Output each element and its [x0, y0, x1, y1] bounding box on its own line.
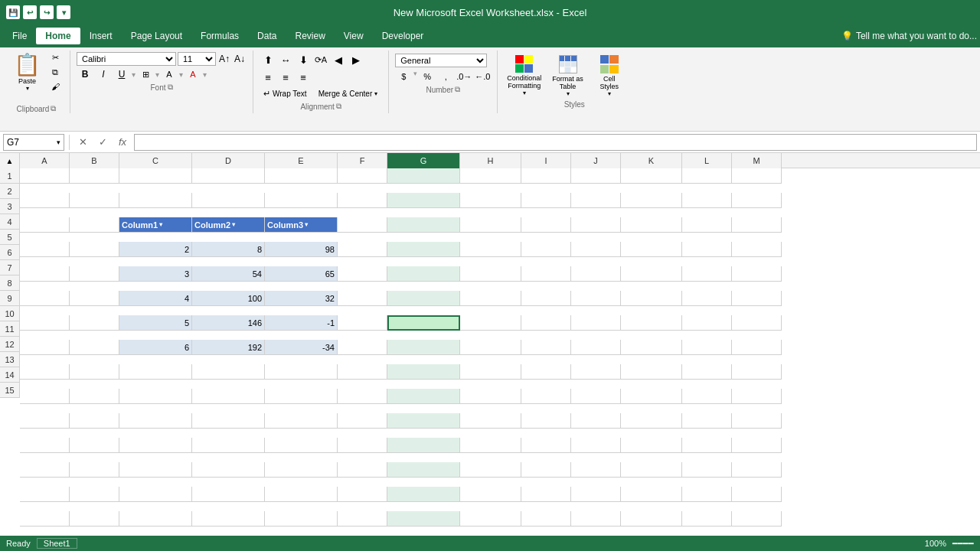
- row-header-2[interactable]: 2: [0, 184, 20, 199]
- cell-A9[interactable]: [20, 364, 70, 380]
- menu-formulas[interactable]: Formulas: [191, 28, 248, 44]
- col-header-L[interactable]: L: [682, 153, 732, 168]
- row-header-3[interactable]: 3: [0, 199, 20, 214]
- zoom-slider[interactable]: ━━━━: [952, 539, 974, 549]
- cell-M2[interactable]: [732, 193, 782, 208]
- col-header-C[interactable]: C: [119, 153, 192, 168]
- menu-developer[interactable]: Developer: [373, 28, 433, 44]
- cell-L1[interactable]: [682, 168, 732, 184]
- col-header-H[interactable]: H: [460, 153, 521, 168]
- cell-H8[interactable]: [460, 340, 521, 355]
- menu-home[interactable]: Home: [36, 28, 80, 44]
- cell-D3[interactable]: Column2 ▾: [192, 217, 265, 233]
- menu-insert[interactable]: Insert: [80, 28, 122, 44]
- cell-I9[interactable]: [521, 364, 571, 380]
- cell-M9[interactable]: [732, 364, 782, 380]
- cell-J7[interactable]: [571, 315, 621, 331]
- cell-reference-box[interactable]: G7 ▾: [3, 134, 64, 151]
- cell-E4[interactable]: 98: [265, 242, 338, 257]
- cell-L3[interactable]: [682, 217, 732, 233]
- col1-dropdown-icon[interactable]: ▾: [159, 221, 162, 228]
- cell-M8[interactable]: [732, 340, 782, 355]
- cell-I5[interactable]: [521, 266, 571, 282]
- number-expand-icon[interactable]: ⧉: [455, 85, 460, 94]
- percent-button[interactable]: %: [419, 70, 436, 83]
- cell-H9[interactable]: [460, 364, 521, 380]
- fill-color-button[interactable]: A: [161, 67, 178, 81]
- cell-D1[interactable]: [192, 168, 265, 184]
- cell-B3[interactable]: [70, 217, 119, 233]
- indent-decrease-button[interactable]: ◀: [330, 52, 347, 67]
- cell-K9[interactable]: [621, 364, 682, 380]
- formula-input[interactable]: [134, 134, 977, 151]
- cell-K4[interactable]: [621, 242, 682, 257]
- cell-H7[interactable]: [460, 315, 521, 331]
- cell-F2[interactable]: [338, 193, 387, 208]
- cell-L9[interactable]: [682, 364, 732, 380]
- menu-review[interactable]: Review: [286, 28, 334, 44]
- cell-D5[interactable]: 54: [192, 266, 265, 282]
- cell-J1[interactable]: [571, 168, 621, 184]
- font-size-decrease-button[interactable]: A↓: [233, 52, 247, 66]
- cell-D4[interactable]: 8: [192, 242, 265, 257]
- cell-I4[interactable]: [521, 242, 571, 257]
- cell-F3[interactable]: [338, 217, 387, 233]
- cell-B8[interactable]: [70, 340, 119, 355]
- cell-I7[interactable]: [521, 315, 571, 331]
- search-bar[interactable]: 💡 Tell me what you want to do...: [841, 31, 977, 41]
- cell-A1[interactable]: [20, 168, 70, 184]
- cell-styles-button[interactable]: CellStyles ▾: [591, 54, 628, 99]
- cell-F6[interactable]: [338, 291, 387, 306]
- font-expand-icon[interactable]: ⧉: [168, 83, 173, 92]
- cell-D9[interactable]: [192, 364, 265, 380]
- cell-I3[interactable]: [521, 217, 571, 233]
- cell-M4[interactable]: [732, 242, 782, 257]
- cell-D7[interactable]: 146: [192, 315, 265, 331]
- select-all-button[interactable]: ▲: [0, 153, 20, 168]
- cell-M6[interactable]: [732, 291, 782, 306]
- cell-B5[interactable]: [70, 266, 119, 282]
- cell-D8[interactable]: 192: [192, 340, 265, 355]
- cell-C3[interactable]: Column1 ▾: [119, 217, 192, 233]
- row-header-8[interactable]: 8: [0, 276, 20, 291]
- comma-button[interactable]: ,: [437, 70, 454, 83]
- cell-C5[interactable]: 3: [119, 266, 192, 282]
- row-header-9[interactable]: 9: [0, 291, 20, 306]
- cell-J8[interactable]: [571, 340, 621, 355]
- cell-E1[interactable]: [265, 168, 338, 184]
- cell-D6[interactable]: 100: [192, 291, 265, 306]
- col-header-J[interactable]: J: [571, 153, 621, 168]
- cell-E5[interactable]: 65: [265, 266, 338, 282]
- col-header-K[interactable]: K: [621, 153, 682, 168]
- menu-data[interactable]: Data: [248, 28, 286, 44]
- cell-M7[interactable]: [732, 315, 782, 331]
- row-header-5[interactable]: 5: [0, 230, 20, 245]
- cell-J5[interactable]: [571, 266, 621, 282]
- row-header-1[interactable]: 1: [0, 168, 20, 184]
- cell-K8[interactable]: [621, 340, 682, 355]
- row-header-14[interactable]: 14: [0, 367, 20, 383]
- conditional-formatting-button[interactable]: ConditionalFormatting ▾: [504, 54, 544, 98]
- cell-C1[interactable]: [119, 168, 192, 184]
- italic-button[interactable]: I: [95, 67, 112, 81]
- cell-K7[interactable]: [621, 315, 682, 331]
- cell-H6[interactable]: [460, 291, 521, 306]
- cell-G8[interactable]: [387, 340, 460, 355]
- align-middle-button[interactable]: ↔: [277, 52, 294, 67]
- cell-E7[interactable]: -1: [265, 315, 338, 331]
- font-size-select[interactable]: 89101112141618: [178, 52, 216, 66]
- alignment-expand-icon[interactable]: ⧉: [336, 102, 341, 111]
- cell-B1[interactable]: [70, 168, 119, 184]
- search-text[interactable]: Tell me what you want to do...: [856, 31, 977, 41]
- number-format-select[interactable]: GeneralNumberCurrencyAccountingDate: [395, 54, 487, 67]
- cell-I1[interactable]: [521, 168, 571, 184]
- cell-H1[interactable]: [460, 168, 521, 184]
- decrease-decimal-button[interactable]: ←.0: [474, 70, 491, 83]
- cell-C6[interactable]: 4: [119, 291, 192, 306]
- col3-dropdown-icon[interactable]: ▾: [305, 221, 308, 228]
- cell-L2[interactable]: [682, 193, 732, 208]
- cell-G3[interactable]: [387, 217, 460, 233]
- currency-button[interactable]: $: [395, 70, 412, 83]
- cell-F4[interactable]: [338, 242, 387, 257]
- col-header-F[interactable]: F: [338, 153, 387, 168]
